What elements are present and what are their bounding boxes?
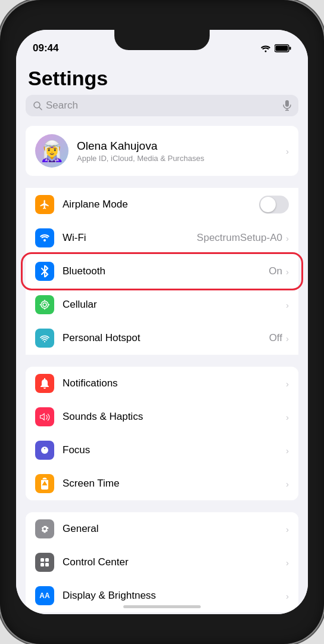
list-item-sounds[interactable]: Sounds & Haptics › <box>26 400 298 434</box>
screen-time-icon <box>35 474 54 493</box>
list-item-focus[interactable]: Focus › <box>26 434 298 467</box>
general-label: General <box>63 523 286 535</box>
list-item-bluetooth[interactable]: Bluetooth On › <box>26 255 298 288</box>
cellular-label: Cellular <box>63 299 286 311</box>
hotspot-value: Off <box>269 332 282 344</box>
avatar: 🧝‍♀️ <box>35 134 68 168</box>
wifi-settings-icon <box>35 228 54 247</box>
search-icon <box>33 101 42 110</box>
focus-icon <box>35 441 54 460</box>
notifications-label: Notifications <box>63 377 286 389</box>
search-placeholder: Search <box>46 100 279 112</box>
list-item-wifi[interactable]: Wi-Fi SpectrumSetup-A0 › <box>26 221 298 255</box>
svg-point-11 <box>43 303 46 306</box>
phone-frame: 09:44 Settings <box>0 0 324 644</box>
display-label: Display & Brightness <box>63 590 286 602</box>
bluetooth-value: On <box>269 265 282 277</box>
svg-rect-3 <box>276 46 288 51</box>
profile-item[interactable]: 🧝‍♀️ Olena Kahujova Apple ID, iCloud, Me… <box>26 126 298 176</box>
svg-rect-14 <box>40 558 44 562</box>
svg-rect-15 <box>45 558 49 562</box>
focus-label: Focus <box>63 444 286 456</box>
cellular-chevron: › <box>286 300 289 310</box>
focus-chevron: › <box>286 445 289 456</box>
bluetooth-label: Bluetooth <box>63 265 269 277</box>
svg-line-5 <box>39 107 42 110</box>
control-center-label: Control Center <box>63 556 286 568</box>
general-section: General › Control Center › <box>26 512 298 612</box>
sounds-label: Sounds & Haptics <box>63 411 286 423</box>
svg-rect-6 <box>285 100 289 107</box>
svg-point-9 <box>43 239 46 242</box>
list-item-screen-time[interactable]: Screen Time › <box>26 467 298 500</box>
screen-content[interactable]: Settings Search 🧝‍♀️ <box>16 60 308 614</box>
airplane-label: Airplane Mode <box>63 199 259 210</box>
status-time: 09:44 <box>33 42 58 54</box>
hotspot-chevron: › <box>286 333 289 343</box>
notifications-chevron: › <box>286 379 289 389</box>
list-item-control-center[interactable]: Control Center › <box>26 546 298 579</box>
profile-subtitle: Apple ID, iCloud, Media & Purchases <box>77 154 286 163</box>
profile-chevron: › <box>286 146 289 156</box>
profile-name: Olena Kahujova <box>77 140 286 153</box>
list-item-notifications[interactable]: Notifications › <box>26 367 298 400</box>
screen-time-chevron: › <box>286 479 289 489</box>
list-item-cellular[interactable]: Cellular › <box>26 288 298 321</box>
svg-point-10 <box>41 301 48 308</box>
notch <box>114 30 210 50</box>
search-bar[interactable]: Search <box>26 95 298 116</box>
page-title: Settings <box>16 60 308 95</box>
svg-rect-17 <box>45 563 49 566</box>
svg-rect-2 <box>289 47 291 50</box>
list-item-airplane[interactable]: Airplane Mode <box>26 188 298 221</box>
cellular-icon <box>35 295 54 314</box>
sounds-icon <box>35 407 54 426</box>
svg-point-13 <box>44 448 45 449</box>
wifi-icon <box>260 45 271 52</box>
wifi-chevron: › <box>286 233 289 243</box>
airplane-icon <box>35 195 54 214</box>
control-center-chevron: › <box>286 558 289 568</box>
home-indicator <box>123 605 201 608</box>
bluetooth-row-wrapper: Bluetooth On › <box>26 255 298 288</box>
list-item-general[interactable]: General › <box>26 512 298 546</box>
connectivity-section: Airplane Mode Wi-Fi SpectrumSetup-A0 › <box>26 188 298 355</box>
svg-point-12 <box>44 341 45 342</box>
wifi-label: Wi-Fi <box>63 232 197 244</box>
battery-icon <box>275 44 291 52</box>
airplane-toggle[interactable] <box>259 196 289 213</box>
status-icons <box>260 44 291 52</box>
list-item-hotspot[interactable]: Personal Hotspot Off › <box>26 321 298 355</box>
hotspot-icon <box>35 329 54 348</box>
general-chevron: › <box>286 524 289 534</box>
sounds-chevron: › <box>286 412 289 422</box>
phone-screen: 09:44 Settings <box>16 30 308 614</box>
profile-text: Olena Kahujova Apple ID, iCloud, Media &… <box>77 140 286 163</box>
display-chevron: › <box>286 591 289 601</box>
bluetooth-chevron: › <box>286 267 289 277</box>
bluetooth-icon <box>35 262 54 281</box>
display-icon: AA <box>35 586 54 605</box>
general-icon <box>35 519 54 538</box>
svg-point-0 <box>265 50 267 52</box>
profile-section: 🧝‍♀️ Olena Kahujova Apple ID, iCloud, Me… <box>26 126 298 176</box>
notifications-section: Notifications › Sounds & Haptics › <box>26 367 298 500</box>
screen-time-label: Screen Time <box>63 478 286 490</box>
microphone-icon <box>283 100 291 111</box>
wifi-value: SpectrumSetup-A0 <box>197 232 282 244</box>
hotspot-label: Personal Hotspot <box>63 332 269 344</box>
svg-rect-16 <box>40 563 44 566</box>
notifications-icon <box>35 374 54 393</box>
control-center-icon <box>35 553 54 572</box>
